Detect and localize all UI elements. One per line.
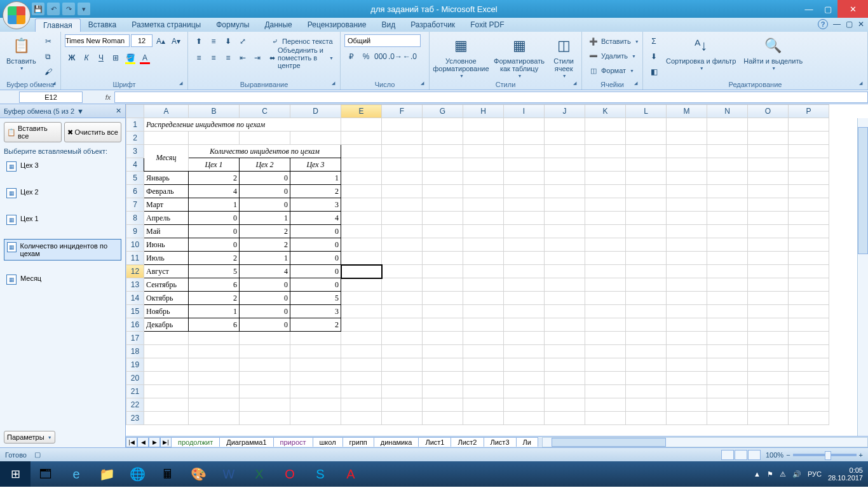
- cell[interactable]: [504, 145, 545, 158]
- cell[interactable]: 6: [189, 278, 240, 292]
- taskbar-opera-icon[interactable]: O: [275, 461, 305, 487]
- increase-indent-icon[interactable]: ⇥: [250, 51, 264, 65]
- cell[interactable]: [341, 318, 382, 332]
- cell[interactable]: 1: [240, 252, 290, 265]
- horizontal-scrollbar[interactable]: [542, 437, 868, 447]
- cell[interactable]: [545, 185, 585, 198]
- cell[interactable]: [748, 398, 789, 412]
- column-header[interactable]: C: [240, 105, 290, 118]
- cell[interactable]: [545, 372, 585, 385]
- cell[interactable]: [382, 198, 423, 212]
- maximize-button[interactable]: ▢: [818, 0, 837, 18]
- cell[interactable]: [504, 332, 545, 345]
- cell[interactable]: [707, 172, 748, 185]
- cell[interactable]: 4: [189, 185, 240, 198]
- zoom-in-icon[interactable]: +: [859, 451, 863, 459]
- row-header[interactable]: 21: [126, 385, 144, 398]
- cell[interactable]: 0: [290, 238, 341, 252]
- cell[interactable]: [341, 185, 382, 198]
- cell[interactable]: 2: [290, 185, 341, 198]
- vertical-scrollbar[interactable]: [857, 118, 868, 436]
- cell[interactable]: [144, 132, 189, 145]
- cell[interactable]: Май: [144, 225, 189, 238]
- cell[interactable]: [707, 292, 748, 305]
- row-header[interactable]: 4: [126, 158, 144, 172]
- cell[interactable]: [189, 372, 240, 385]
- cell[interactable]: [545, 238, 585, 252]
- macro-record-icon[interactable]: ▢: [34, 451, 41, 459]
- cell[interactable]: [748, 345, 789, 358]
- cell[interactable]: [463, 358, 504, 372]
- cell[interactable]: [667, 252, 707, 265]
- cell[interactable]: Август: [144, 265, 189, 278]
- cell[interactable]: [240, 345, 290, 358]
- cell[interactable]: [463, 118, 504, 132]
- start-button[interactable]: ⊞: [0, 461, 31, 487]
- cell[interactable]: [626, 238, 667, 252]
- cell[interactable]: 0: [290, 265, 341, 278]
- row-header[interactable]: 10: [126, 238, 144, 252]
- font-name-combo[interactable]: [65, 34, 130, 47]
- cell[interactable]: [423, 145, 463, 158]
- row-header[interactable]: 3: [126, 145, 144, 158]
- cell[interactable]: [789, 345, 829, 358]
- cell[interactable]: [545, 265, 585, 278]
- row-header[interactable]: 6: [126, 185, 144, 198]
- save-icon[interactable]: 💾: [32, 3, 44, 15]
- cell[interactable]: [463, 225, 504, 238]
- cell[interactable]: [463, 238, 504, 252]
- cell[interactable]: [626, 212, 667, 225]
- cell[interactable]: 5: [189, 265, 240, 278]
- cell[interactable]: [504, 158, 545, 172]
- name-box[interactable]: [19, 92, 83, 103]
- cell[interactable]: [667, 158, 707, 172]
- format-cells-button[interactable]: ◫Формат▼: [586, 64, 637, 78]
- cell[interactable]: [707, 385, 748, 398]
- cell[interactable]: [189, 332, 240, 345]
- sheet-nav-first-icon[interactable]: |◀: [126, 437, 137, 447]
- cell[interactable]: [545, 305, 585, 318]
- italic-button[interactable]: К: [79, 51, 93, 65]
- cell[interactable]: [189, 385, 240, 398]
- cell[interactable]: [545, 318, 585, 332]
- cell[interactable]: [463, 145, 504, 158]
- autosum-icon[interactable]: Σ: [647, 34, 661, 48]
- cell[interactable]: [626, 172, 667, 185]
- font-size-combo[interactable]: [131, 34, 153, 47]
- cell[interactable]: [423, 212, 463, 225]
- row-header[interactable]: 11: [126, 252, 144, 265]
- cell[interactable]: [463, 292, 504, 305]
- cell[interactable]: [341, 252, 382, 265]
- sheet-tab[interactable]: Лист3: [484, 437, 517, 447]
- row-header[interactable]: 1: [126, 118, 144, 132]
- cell[interactable]: [585, 225, 626, 238]
- row-header[interactable]: 23: [126, 412, 144, 425]
- cell[interactable]: [341, 225, 382, 238]
- taskbar-skype-icon[interactable]: S: [305, 461, 336, 487]
- cell[interactable]: [341, 238, 382, 252]
- cell[interactable]: [585, 265, 626, 278]
- cell[interactable]: [667, 198, 707, 212]
- zoom-level[interactable]: 100%: [766, 451, 783, 459]
- row-header[interactable]: 14: [126, 292, 144, 305]
- sheet-tab[interactable]: грипп: [342, 437, 374, 447]
- tray-flag-icon[interactable]: ⚑: [767, 470, 773, 478]
- cell[interactable]: 0: [189, 225, 240, 238]
- undo-icon[interactable]: ↶: [47, 3, 60, 15]
- cell[interactable]: [545, 212, 585, 225]
- cell[interactable]: [707, 145, 748, 158]
- cell[interactable]: [585, 332, 626, 345]
- ribbon-tab[interactable]: Разработчик: [403, 18, 463, 32]
- cell[interactable]: [789, 238, 829, 252]
- tray-network-icon[interactable]: ⚠: [780, 470, 786, 478]
- cell[interactable]: 4: [290, 212, 341, 225]
- taskbar-word-icon[interactable]: W: [214, 461, 244, 487]
- cell[interactable]: [504, 305, 545, 318]
- cell[interactable]: [382, 332, 423, 345]
- cell[interactable]: [707, 345, 748, 358]
- cell[interactable]: [290, 332, 341, 345]
- cell[interactable]: [382, 412, 423, 425]
- tray-volume-icon[interactable]: 🔊: [792, 470, 801, 478]
- taskbar-app[interactable]: 🗔: [31, 461, 61, 487]
- cell[interactable]: [707, 398, 748, 412]
